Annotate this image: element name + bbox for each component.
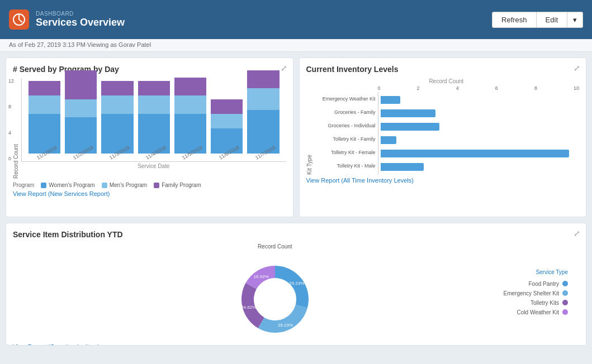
card3-title: Service Item Distribution YTD: [13, 230, 579, 239]
dashboard-label: DASHBOARD: [36, 11, 125, 17]
bar-group: 11/7/2018: [247, 70, 279, 162]
chart3-area: Record Count 29.23%29.23%24.62%16.92% Se…: [13, 243, 579, 341]
card2-title: Current Inventory Levels: [306, 65, 580, 74]
chart1-inner: 0 4 8 12 11/1/201811/2/201811/3/201811/4…: [21, 78, 286, 179]
chart2-body: Record Count 0246810 Emergency Weather K…: [314, 78, 580, 175]
app-header: DASHBOARD Services Overview Refresh Edit…: [0, 0, 592, 39]
h-bar-fill: [381, 136, 396, 144]
chart2-x-ticks: 0246810: [314, 85, 580, 91]
y-grid: 0 4 8 12: [8, 78, 14, 161]
donut-label: 16.92%: [253, 274, 268, 279]
h-bar-label: Tolletry Kit - Male: [314, 160, 378, 171]
chart2-y-label: Kit Type: [306, 78, 312, 175]
h-bar-row: [381, 94, 577, 106]
svg-line-2: [19, 20, 22, 22]
h-bar-row: [381, 148, 577, 159]
chart1-view-report[interactable]: View Report (New Services Report): [13, 190, 110, 197]
expand-icon-2[interactable]: ⤢: [574, 64, 580, 73]
bar-mens: [29, 95, 60, 114]
donut-label: 24.62%: [241, 304, 256, 309]
h-bar-fill: [381, 96, 400, 104]
bar-mens: [247, 88, 279, 110]
chart1-legend: Program Women's Program Men's Program Fa…: [13, 182, 286, 188]
expand-icon-3[interactable]: ⤢: [574, 229, 580, 238]
legend-mens: Men's Program: [102, 182, 148, 188]
legend-womens-label: Women's Program: [49, 182, 94, 188]
h-bar-fill: [381, 150, 569, 157]
donut-legend-title: Service Type: [504, 269, 569, 275]
edit-button[interactable]: Edit: [537, 12, 567, 28]
legend-cold-weather-label: Cold Weather Kit: [517, 309, 559, 315]
donut-title: Record Count: [258, 243, 292, 250]
h-bar-label: Groceries - Individual: [314, 120, 378, 131]
h-bar-label: Emergency Weather Kit: [314, 93, 378, 104]
chart3-view-report[interactable]: View Report (Overview by Item): [13, 343, 100, 346]
bar-group: 11/6/2018: [211, 99, 243, 162]
bar-family: [247, 70, 279, 89]
donut-label: 29.23%: [278, 323, 293, 328]
subtitle-bar: As of Feb 27, 2019 3:13 PM·Viewing as Go…: [0, 39, 592, 52]
bar-mens: [174, 95, 206, 114]
card1-title: # Served by Program by Day: [13, 65, 286, 74]
bar-group: 11/2/2018: [65, 70, 97, 162]
bar-mens: [138, 95, 170, 114]
donut-chart: 29.23%29.23%24.62%16.92%: [219, 252, 331, 341]
chart1-area: Record Count 0 4 8 12 11/1/201811/2/2018…: [13, 78, 286, 179]
legend-family: Family Program: [154, 182, 201, 188]
donut-label: 29.23%: [289, 281, 304, 286]
h-bar-fill: [381, 109, 435, 117]
bar-family: [174, 78, 206, 96]
header-buttons: Refresh Edit ▾: [492, 12, 583, 28]
bar-group: 11/1/2018: [29, 81, 60, 161]
bar-group: 11/5/2018: [174, 78, 206, 162]
chart2-area: Kit Type Record Count 0246810 Emergency …: [306, 78, 580, 175]
donut-legend: Service Type Food Pantry Emergency Shelt…: [504, 269, 569, 315]
legend-cold-weather: Cold Weather Kit: [504, 309, 569, 315]
subtitle-text: As of Feb 27, 2019 3:13 PM·Viewing as Go…: [9, 41, 151, 48]
card-served-by-program: # Served by Program by Day ⤢ Record Coun…: [6, 58, 293, 217]
chart2-content: Emergency Weather KitGroceries - FamilyG…: [314, 92, 580, 175]
legend-womens: Women's Program: [41, 182, 94, 188]
bar-family: [211, 99, 243, 114]
bar-family: [29, 81, 60, 95]
card-inventory: Current Inventory Levels ⤢ Kit Type Reco…: [299, 58, 587, 217]
dropdown-button[interactable]: ▾: [567, 12, 583, 28]
legend-emergency-shelter: Emergency Shelter Kit: [504, 290, 569, 296]
bar-family: [138, 81, 170, 95]
legend-emergency-shelter-label: Emergency Shelter Kit: [504, 290, 560, 296]
bar-family: [101, 81, 133, 95]
legend-tolletry-kits-label: Tolletry Kits: [531, 300, 559, 306]
legend-family-label: Family Program: [162, 182, 201, 188]
bar-group: 11/3/2018: [101, 81, 133, 161]
refresh-button[interactable]: Refresh: [492, 12, 537, 28]
chart2-bars: [378, 92, 580, 175]
h-bar-fill: [381, 123, 439, 131]
donut-center: [255, 279, 295, 319]
h-bar-label: Tolletry Kit - Female: [314, 147, 378, 158]
chart1-bars: 0 4 8 12 11/1/201811/2/201811/3/201811/4…: [21, 78, 286, 162]
h-bar-row: [381, 108, 577, 119]
chart2-labels: Emergency Weather KitGroceries - FamilyG…: [314, 92, 378, 175]
h-bar-row: [381, 121, 577, 132]
legend-food-pantry: Food Pantry: [504, 281, 569, 287]
dashboard-title: Services Overview: [36, 17, 125, 28]
legend-tolletry-kits: Tolletry Kits: [504, 300, 569, 306]
legend-food-pantry-label: Food Pantry: [529, 281, 559, 287]
card-distribution: Service Item Distribution YTD ⤢ Record C…: [6, 223, 586, 346]
h-bar-row: [381, 135, 577, 146]
chart2-x-title: Record Count: [314, 78, 580, 84]
h-bar-row: [381, 161, 577, 173]
bar-mens: [211, 114, 243, 128]
legend-mens-label: Men's Program: [110, 182, 148, 188]
bar-mens: [101, 95, 133, 114]
bar-family: [65, 70, 97, 99]
bar-group: 11/4/2018: [138, 81, 170, 161]
chart1-x-label: Service Date: [21, 163, 286, 169]
header-title-area: DASHBOARD Services Overview: [36, 11, 125, 28]
bar-mens: [65, 99, 97, 118]
header-left: DASHBOARD Services Overview: [9, 9, 125, 30]
chart2-view-report[interactable]: View Report (All Time Inventory Levels): [306, 177, 414, 184]
main-content: # Served by Program by Day ⤢ Record Coun…: [0, 52, 592, 363]
h-bar-label: Groceries - Family: [314, 107, 378, 118]
expand-icon-1[interactable]: ⤢: [281, 64, 287, 73]
